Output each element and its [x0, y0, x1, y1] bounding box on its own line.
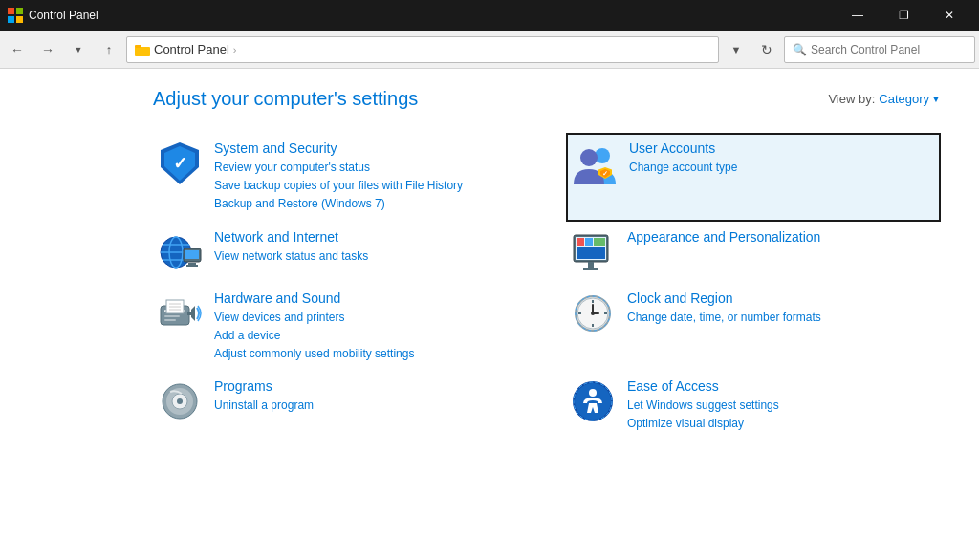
category-network-internet[interactable]: Network and Internet View network status…	[153, 222, 528, 283]
svg-rect-4	[135, 47, 150, 56]
category-system-security[interactable]: ✓ System and Security Review your comput…	[153, 133, 528, 222]
svg-rect-2	[8, 16, 14, 23]
hardware-sound-link-3[interactable]: Adjust commonly used mobility settings	[214, 345, 524, 363]
category-clock-region[interactable]: Clock and Region Change date, time, or n…	[566, 283, 941, 372]
view-by-label: View by:	[828, 92, 875, 106]
svg-rect-1	[16, 8, 23, 14]
recent-locations-button[interactable]: ▼	[65, 36, 92, 63]
svg-rect-40	[187, 312, 191, 315]
ease-of-access-text: Ease of Access Let Windows suggest setti…	[627, 378, 937, 433]
hardware-sound-icon	[157, 291, 203, 336]
network-internet-link-1[interactable]: View network status and tasks	[214, 248, 524, 266]
user-accounts-title[interactable]: User Accounts	[629, 140, 935, 156]
svg-text:✓: ✓	[602, 170, 608, 177]
clock-region-title[interactable]: Clock and Region	[627, 291, 937, 306]
programs-text: Programs Uninstall a program	[214, 378, 524, 415]
title-bar: Control Panel — ❐ ✕	[0, 0, 979, 31]
clock-region-link-1[interactable]: Change date, time, or number formats	[627, 309, 937, 327]
system-security-title[interactable]: System and Security	[214, 140, 524, 156]
address-bar: ← → ▼ ↑ Control Panel › ▼ ↻ 🔍	[0, 31, 979, 69]
up-button[interactable]: ↑	[96, 36, 122, 63]
appearance-title[interactable]: Appearance and Personalization	[627, 229, 937, 245]
network-internet-text: Network and Internet View network status…	[214, 229, 524, 266]
path-segment: Control Panel	[154, 42, 229, 56]
view-by-category: Category	[879, 92, 929, 106]
system-security-icon: ✓	[157, 140, 203, 186]
svg-rect-5	[135, 45, 141, 48]
category-hardware-sound[interactable]: Hardware and Sound View devices and prin…	[153, 283, 528, 372]
main-content: Adjust your computer's settings View by:…	[0, 69, 979, 560]
system-security-link-2[interactable]: Save backup copies of your files with Fi…	[214, 177, 524, 195]
svg-point-49	[591, 312, 595, 315]
user-accounts-text: User Accounts Change account type	[629, 140, 935, 177]
system-security-link-3[interactable]: Backup and Restore (Windows 7)	[214, 195, 524, 213]
search-input[interactable]	[811, 43, 967, 56]
ease-of-access-link-2[interactable]: Optimize visual display	[627, 415, 937, 433]
forward-button[interactable]: →	[34, 36, 61, 63]
category-ease-of-access[interactable]: Ease of Access Let Windows suggest setti…	[566, 371, 941, 441]
programs-icon	[157, 378, 203, 424]
system-security-link-1[interactable]: Review your computer's status	[214, 159, 524, 177]
search-box[interactable]: 🔍	[784, 36, 975, 63]
ease-of-access-icon	[570, 378, 616, 424]
svg-rect-25	[577, 238, 584, 246]
svg-rect-0	[8, 8, 14, 14]
programs-title[interactable]: Programs	[214, 378, 524, 394]
category-appearance[interactable]: Appearance and Personalization	[566, 222, 941, 283]
appearance-text: Appearance and Personalization	[627, 229, 937, 248]
svg-rect-22	[186, 265, 198, 267]
ease-of-access-title[interactable]: Ease of Access	[627, 378, 937, 394]
svg-rect-21	[188, 263, 196, 265]
user-accounts-link-1[interactable]: Change account type	[629, 159, 935, 177]
view-by-arrow-icon: ▼	[931, 94, 941, 104]
clock-region-icon	[570, 291, 616, 336]
close-button[interactable]: ✕	[927, 0, 971, 31]
address-path[interactable]: Control Panel ›	[126, 36, 719, 63]
back-button[interactable]: ←	[4, 36, 31, 63]
svg-point-10	[580, 149, 598, 166]
ease-of-access-link-1[interactable]: Let Windows suggest settings	[627, 397, 937, 415]
window-controls: — ❐ ✕	[836, 0, 971, 31]
svg-rect-30	[583, 268, 598, 270]
minimize-button[interactable]: —	[836, 0, 880, 31]
appearance-icon	[570, 229, 616, 275]
network-internet-icon	[157, 229, 203, 275]
svg-rect-33	[164, 315, 180, 317]
categories-grid: ✓ System and Security Review your comput…	[153, 133, 941, 442]
view-by-value[interactable]: Category ▼	[879, 92, 941, 106]
clock-region-text: Clock and Region Change date, time, or n…	[627, 291, 937, 327]
window-title: Control Panel	[29, 9, 836, 22]
app-icon	[8, 8, 23, 23]
maximize-button[interactable]: ❐	[881, 0, 925, 31]
page-header: Adjust your computer's settings View by:…	[153, 88, 941, 110]
address-dropdown-button[interactable]: ▼	[723, 36, 750, 63]
programs-link-1[interactable]: Uninstall a program	[214, 397, 524, 415]
svg-rect-29	[588, 262, 594, 268]
hardware-sound-link-2[interactable]: Add a device	[214, 327, 524, 345]
svg-rect-27	[594, 238, 605, 246]
svg-text:✓: ✓	[173, 154, 187, 173]
page-title: Adjust your computer's settings	[153, 88, 418, 110]
svg-marker-39	[191, 306, 195, 321]
search-icon: 🔍	[793, 43, 807, 56]
category-programs[interactable]: Programs Uninstall a program	[153, 371, 528, 441]
hardware-sound-title[interactable]: Hardware and Sound	[214, 291, 524, 306]
refresh-button[interactable]: ↻	[753, 36, 780, 63]
folder-icon	[135, 42, 150, 57]
hardware-sound-text: Hardware and Sound View devices and prin…	[214, 291, 524, 364]
svg-rect-20	[185, 250, 199, 259]
network-internet-title[interactable]: Network and Internet	[214, 229, 524, 245]
svg-point-57	[589, 389, 597, 397]
svg-rect-34	[164, 319, 176, 321]
category-user-accounts[interactable]: ✓ User Accounts Change account type	[566, 133, 941, 222]
svg-rect-3	[16, 16, 23, 23]
hardware-sound-link-1[interactable]: View devices and printers	[214, 309, 524, 327]
system-security-text: System and Security Review your computer…	[214, 140, 524, 214]
svg-rect-28	[577, 247, 605, 259]
svg-point-54	[177, 398, 183, 404]
user-accounts-icon: ✓	[572, 140, 618, 186]
view-by-control: View by: Category ▼	[828, 92, 941, 106]
svg-rect-26	[585, 238, 593, 246]
